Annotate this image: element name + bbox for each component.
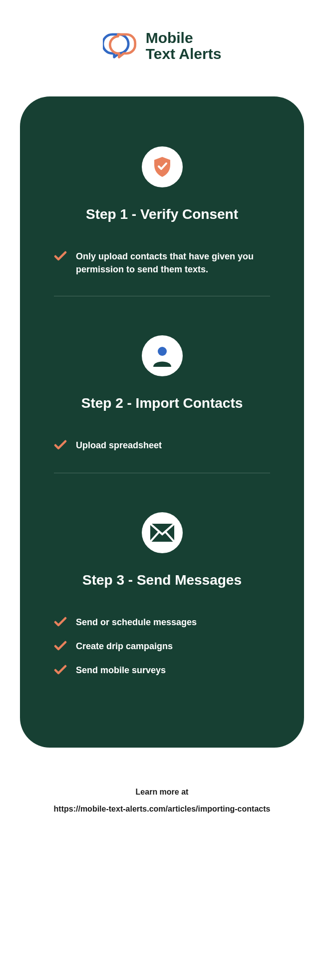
step-2: Step 2 - Import Contacts Upload spreadsh…: [45, 335, 279, 453]
brand-logo-icon: [103, 32, 138, 59]
step-3-items: Send or schedule messages Create drip ca…: [45, 616, 279, 678]
list-item: Create drip campaigns: [54, 640, 270, 654]
checkmark-icon: [54, 439, 67, 453]
person-icon: [142, 335, 183, 376]
item-text: Send or schedule messages: [76, 616, 197, 629]
svg-point-0: [158, 347, 167, 356]
checkmark-icon: [54, 250, 67, 264]
steps-card: Step 1 - Verify Consent Only upload cont…: [20, 96, 304, 748]
shield-check-icon: [142, 146, 183, 187]
step-1-title: Step 1 - Verify Consent: [45, 206, 279, 222]
list-item: Send mobile surveys: [54, 664, 270, 678]
footer-link[interactable]: https://mobile-text-alerts.com/articles/…: [20, 805, 304, 814]
checkmark-icon: [54, 640, 67, 654]
envelope-icon: [142, 512, 183, 553]
list-item: Upload spreadsheet: [54, 439, 270, 453]
divider: [54, 296, 270, 296]
step-3-title: Step 3 - Send Messages: [45, 572, 279, 588]
step-2-items: Upload spreadsheet: [45, 439, 279, 453]
item-text: Create drip campaigns: [76, 640, 173, 653]
brand-line2: Text Alerts: [146, 46, 222, 62]
brand-logo-text: Mobile Text Alerts: [146, 30, 222, 61]
page: Mobile Text Alerts Step 1 - Verify Conse…: [0, 0, 324, 844]
item-text: Only upload contacts that have given you…: [76, 250, 270, 276]
footer-label: Learn more at: [20, 788, 304, 797]
checkmark-icon: [54, 616, 67, 630]
step-1-items: Only upload contacts that have given you…: [45, 250, 279, 276]
step-3: Step 3 - Send Messages Send or schedule …: [45, 512, 279, 678]
list-item: Only upload contacts that have given you…: [54, 250, 270, 276]
step-1: Step 1 - Verify Consent Only upload cont…: [45, 146, 279, 276]
item-text: Upload spreadsheet: [76, 439, 162, 452]
checkmark-icon: [54, 664, 67, 678]
footer: Learn more at https://mobile-text-alerts…: [20, 788, 304, 814]
divider: [54, 473, 270, 473]
item-text: Send mobile surveys: [76, 664, 166, 677]
brand-logo: Mobile Text Alerts: [20, 30, 304, 61]
brand-line1: Mobile: [146, 30, 222, 46]
list-item: Send or schedule messages: [54, 616, 270, 630]
step-2-title: Step 2 - Import Contacts: [45, 395, 279, 411]
